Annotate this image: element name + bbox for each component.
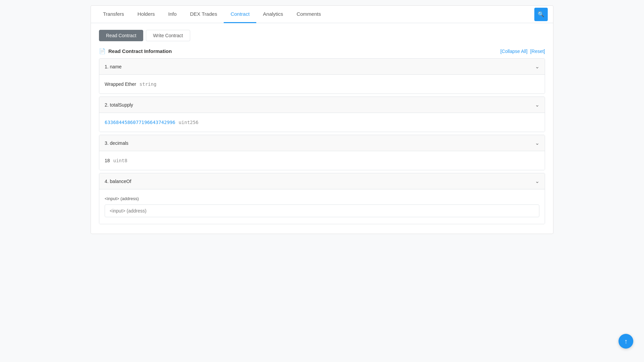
accordion-total-supply-body: 6336844586077196643742996 uint256: [99, 113, 545, 132]
tab-comments[interactable]: Comments: [290, 6, 328, 23]
decimals-type: uint8: [113, 158, 127, 163]
nav-tabs: Transfers Holders Info DEX Trades Contra…: [91, 6, 553, 23]
accordion-name-body: Wrapped Ether string: [99, 75, 545, 94]
search-button[interactable]: 🔍: [534, 8, 548, 21]
accordion-name-header[interactable]: 1. name ⌄: [99, 59, 545, 75]
search-icon: 🔍: [538, 11, 544, 17]
sub-tabs: Read Contract Write Contract: [99, 30, 545, 41]
write-contract-tab[interactable]: Write Contract: [146, 30, 190, 41]
balance-of-input-label: <input> (address): [105, 196, 539, 201]
chevron-down-icon: ⌄: [535, 178, 539, 184]
accordion-total-supply-header[interactable]: 2. totalSupply ⌄: [99, 97, 545, 113]
main-content: Read Contract Write Contract 📄 Read Cont…: [91, 23, 553, 234]
accordion-balance-of: 4. balanceOf ⌄ <input> (address): [99, 173, 545, 224]
accordion-decimals: 3. decimals ⌄ 18 uint8: [99, 135, 545, 170]
accordion-balance-of-header[interactable]: 4. balanceOf ⌄: [99, 173, 545, 189]
total-supply-value: 6336844586077196643742996: [105, 120, 175, 125]
tab-dex-trades[interactable]: DEX Trades: [183, 6, 224, 23]
tab-contract[interactable]: Contract: [224, 6, 256, 23]
accordion-total-supply: 2. totalSupply ⌄ 63368445860771966437429…: [99, 97, 545, 132]
collapse-all-link[interactable]: [Collapse All]: [500, 49, 528, 54]
read-contract-tab[interactable]: Read Contract: [99, 30, 143, 41]
tab-info[interactable]: Info: [161, 6, 183, 23]
section-actions: [Collapse All] [Reset]: [500, 49, 545, 54]
tab-holders[interactable]: Holders: [131, 6, 162, 23]
section-title: 📄 Read Contract Information: [99, 48, 172, 54]
reset-link[interactable]: [Reset]: [530, 49, 545, 54]
accordion-balance-of-title: 4. balanceOf: [105, 179, 131, 184]
accordion-total-supply-title: 2. totalSupply: [105, 102, 133, 108]
accordion-decimals-title: 3. decimals: [105, 140, 128, 146]
decimals-value: 18: [105, 158, 110, 163]
chevron-down-icon: ⌄: [535, 63, 539, 70]
accordion-name: 1. name ⌄ Wrapped Ether string: [99, 58, 545, 94]
name-value: Wrapped Ether: [105, 81, 136, 87]
chevron-down-icon: ⌄: [535, 102, 539, 108]
chevron-down-icon: ⌄: [535, 140, 539, 146]
section-header: 📄 Read Contract Information [Collapse Al…: [99, 48, 545, 54]
balance-of-address-input[interactable]: [105, 204, 539, 217]
accordion-balance-of-body: <input> (address): [99, 189, 545, 224]
accordion-decimals-header[interactable]: 3. decimals ⌄: [99, 135, 545, 151]
document-icon: 📄: [99, 48, 106, 54]
accordion-decimals-body: 18 uint8: [99, 151, 545, 170]
name-type: string: [140, 81, 157, 87]
section-title-text: Read Contract Information: [108, 48, 172, 54]
tab-analytics[interactable]: Analytics: [256, 6, 290, 23]
accordion-name-title: 1. name: [105, 64, 122, 69]
tab-transfers[interactable]: Transfers: [96, 6, 131, 23]
total-supply-type: uint256: [179, 120, 199, 125]
